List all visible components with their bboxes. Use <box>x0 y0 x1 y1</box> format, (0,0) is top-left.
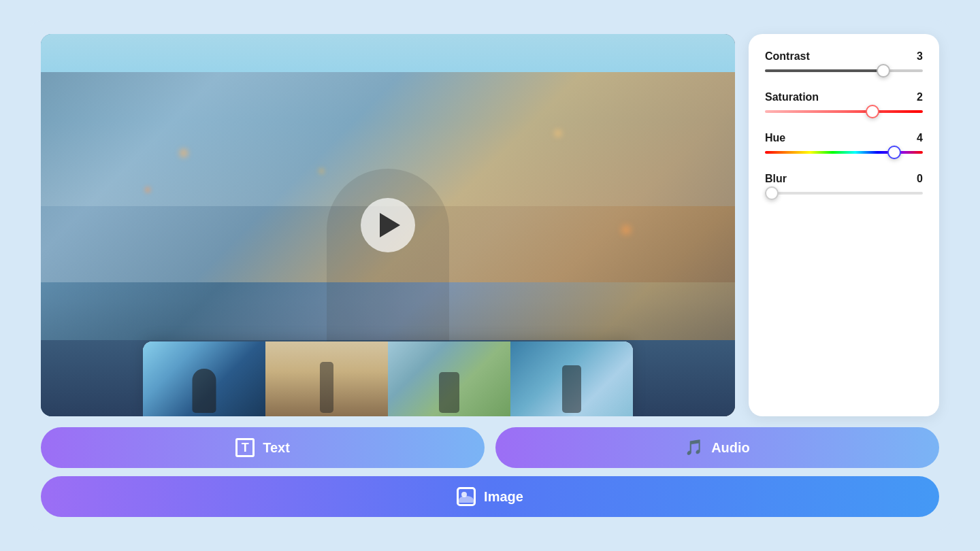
blur-thumb[interactable] <box>765 186 779 200</box>
text-button[interactable]: T Text <box>41 427 485 468</box>
saturation-group: Saturation 2 <box>765 91 923 113</box>
filmstrip-thumb-4[interactable] <box>510 341 633 416</box>
blur-group: Blur 0 <box>765 173 923 195</box>
blur-track[interactable] <box>765 192 923 195</box>
filmstrip-thumb-1[interactable] <box>143 341 265 416</box>
play-button[interactable] <box>361 198 415 252</box>
top-row: Contrast 3 Saturation 2 <box>41 34 939 416</box>
audio-button-label: Audio <box>711 440 750 456</box>
filmstrip-thumb-3[interactable] <box>388 341 510 416</box>
audio-icon: 🎵 <box>685 439 703 456</box>
blur-value: 0 <box>917 173 923 185</box>
video-background <box>41 34 735 416</box>
button-row-2: Image <box>41 476 939 517</box>
filmstrip-thumb-2[interactable] <box>265 341 388 416</box>
adjustments-panel: Contrast 3 Saturation 2 <box>749 34 939 416</box>
text-button-label: Text <box>263 440 290 456</box>
contrast-label: Contrast <box>765 50 810 63</box>
bottom-buttons: T Text 🎵 Audio Image <box>41 427 939 517</box>
contrast-track[interactable] <box>765 69 923 72</box>
hue-header: Hue 4 <box>765 132 923 144</box>
play-icon <box>380 213 400 237</box>
saturation-label: Saturation <box>765 91 819 103</box>
contrast-fill <box>765 69 883 72</box>
main-container: Contrast 3 Saturation 2 <box>27 20 953 531</box>
saturation-value: 2 <box>917 91 923 103</box>
hue-track[interactable] <box>765 151 923 154</box>
audio-button[interactable]: 🎵 Audio <box>495 427 939 468</box>
text-icon: T <box>235 438 255 457</box>
video-player <box>41 34 735 416</box>
saturation-track[interactable] <box>765 110 923 113</box>
hue-group: Hue 4 <box>765 132 923 154</box>
hue-label: Hue <box>765 132 785 144</box>
contrast-group: Contrast 3 <box>765 50 923 72</box>
hue-value: 4 <box>917 132 923 144</box>
image-button[interactable]: Image <box>41 476 939 517</box>
saturation-header: Saturation 2 <box>765 91 923 103</box>
button-row-1: T Text 🎵 Audio <box>41 427 939 468</box>
saturation-thumb[interactable] <box>866 105 879 118</box>
blur-label: Blur <box>765 173 787 185</box>
blur-header: Blur 0 <box>765 173 923 185</box>
contrast-header: Contrast 3 <box>765 50 923 63</box>
image-button-label: Image <box>484 489 523 505</box>
image-icon <box>457 487 476 506</box>
contrast-thumb[interactable] <box>877 64 890 78</box>
hue-thumb[interactable] <box>887 146 901 159</box>
filmstrip <box>143 341 633 416</box>
contrast-value: 3 <box>917 50 923 63</box>
